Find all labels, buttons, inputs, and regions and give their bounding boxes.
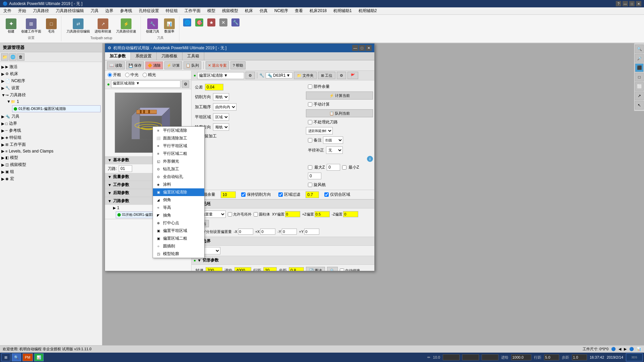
title-max-btn[interactable]: □ <box>629 1 635 6</box>
xminus-input[interactable] <box>238 229 253 235</box>
queue-current-btn[interactable]: 📋 队列当前 <box>306 109 373 117</box>
dropdown-item-corner[interactable]: ◤ 抽角 <box>153 212 204 219</box>
part-allowance-checkbox[interactable] <box>308 84 312 89</box>
info-icon[interactable]: i <box>367 156 373 162</box>
menu-machine2018[interactable]: 机床2018 <box>306 7 330 14</box>
dropdown-item-drill[interactable]: ⊙ 钻孔加工 <box>153 165 204 173</box>
sidebar-item-settings[interactable]: ▶ 🔧 设置 <box>1 84 101 92</box>
ribbon-btn-create[interactable]: ✦ 创建 <box>4 17 18 35</box>
distance-select[interactable]: 进距和延伸纳定 <box>306 127 333 134</box>
strategy-icon-btn[interactable]: ⚙ <box>182 80 189 88</box>
sidebar-item-tp-group1[interactable]: ▼ 📁 1 <box>7 99 101 105</box>
sidebar-item-tool[interactable]: ▶ 🔩 刀具 <box>1 113 101 120</box>
toolbar-save-btn[interactable]: 💾 保存 <box>126 61 144 69</box>
menu-toolpath-edit[interactable]: 刀具路径综编辑 <box>52 7 87 14</box>
dropdown-item-center[interactable]: ⊕ 打中心点 <box>153 219 204 227</box>
reload-btn[interactable]: 🔄 重读 <box>306 267 325 271</box>
taskbar-start-btn[interactable]: ⊞ <box>1 353 10 361</box>
yminus-input[interactable] <box>282 229 297 235</box>
ribbon-btn-star[interactable]: ★ <box>206 17 217 27</box>
taskbar-input1[interactable] <box>443 354 460 360</box>
menu-machine[interactable]: 机床 <box>241 7 256 14</box>
sidebar-item-active[interactable]: ▶ ▶ 激活 <box>1 63 101 70</box>
flat-area-select[interactable]: 区域 <box>213 113 229 121</box>
only-merge-checkbox[interactable] <box>324 192 329 197</box>
right-btn-search[interactable]: 🔍 <box>635 45 644 53</box>
machining-order-select[interactable]: 由外向内 <box>213 103 236 111</box>
ribbon-btn-tp-edit[interactable]: ⇄ 刀具路径综编辑 <box>65 17 92 35</box>
taskbar-feed-input[interactable] <box>511 354 531 360</box>
dropdown-item-profile-light[interactable]: ◱ 外形侧光 <box>153 158 204 165</box>
zplus-offset-input[interactable] <box>315 211 330 217</box>
right-btn-arrow[interactable]: ↗ <box>635 92 644 100</box>
ribbon-btn-wrench2[interactable]: 🔧 <box>230 17 241 27</box>
zminus-offset-input[interactable] <box>343 211 358 217</box>
save-sketch-checkbox[interactable] <box>308 138 312 142</box>
tolerance-input[interactable] <box>205 84 223 90</box>
menu-simulate[interactable]: 仿真 <box>256 7 271 14</box>
manual-calc-checkbox[interactable] <box>308 102 312 107</box>
sidebar-item-workplane[interactable]: ▶ ⊞ 工作平面 <box>1 141 101 148</box>
ribbon-btn-feed[interactable]: ↗ 进给和转速 <box>93 17 113 35</box>
sidebar-item-reference[interactable]: ▶ ╌ 参考线 <box>1 127 101 134</box>
sidebar-item-levels[interactable]: ▶ ≡ Levels, Sets and Clamps <box>1 148 101 154</box>
dropdown-item-circle-cut[interactable]: ○ 圆插削 <box>153 242 204 250</box>
toolbar-calc-btn[interactable]: ⚡ 计算 <box>164 61 182 69</box>
sketch-select[interactable]: 扫面 <box>323 136 343 144</box>
menu-boundary[interactable]: 边界 <box>102 7 117 14</box>
dropdown-item-face-clear[interactable]: ⬜ 面面清除加工 <box>153 134 204 142</box>
dropdown-item-model-contour[interactable]: ◳ 模型轮廓 <box>153 250 204 258</box>
stepdown-input[interactable] <box>263 267 277 271</box>
ribbon-btn-create-tool[interactable]: 🔧 创建刀具 <box>144 17 161 35</box>
maxz-input[interactable] <box>327 164 340 171</box>
sidebar-item-macro[interactable]: ▶ ◉ 宏 <box>1 175 101 182</box>
dropdown-item-contour[interactable]: ≈ 等高 <box>153 204 204 212</box>
taskbar-input3[interactable] <box>482 354 498 360</box>
right-btn-box2[interactable]: ⬜ <box>635 82 644 91</box>
inner-btn-settings2[interactable]: ⚙ <box>337 72 346 79</box>
menu-nc[interactable]: NC程序 <box>271 7 291 14</box>
tool-dropdown[interactable]: 🔩 D63R1 ▼ <box>266 72 292 78</box>
ribbon-btn-globe[interactable]: 🌐 <box>181 17 193 27</box>
xy-offset-input[interactable] <box>285 211 300 217</box>
radio-rough-input[interactable] <box>108 73 112 77</box>
yplus-input[interactable] <box>304 229 319 235</box>
title-min-btn[interactable]: — <box>623 1 628 6</box>
dropdown-item-parallel-rough2[interactable]: ≡ 平行区域二粗 <box>153 150 204 158</box>
inner-btn-1[interactable]: ⚙ <box>246 72 255 79</box>
taskbar-app-search[interactable]: 🔍 <box>12 353 21 361</box>
stepover-input[interactable] <box>221 191 236 198</box>
dialog-title-buttons[interactable]: — □ ✕ <box>352 45 372 51</box>
ribbon-btn-blank[interactable]: □ 毛坯 <box>44 17 58 35</box>
allow-outside-checkbox[interactable] <box>228 212 232 217</box>
dropdown-item-auto-drill[interactable]: ⊙ 全自动钻孔 <box>153 173 204 181</box>
dropdown-item-offset-rough2[interactable]: ▣ 偏置区域二粗 <box>153 235 204 242</box>
radio-rough[interactable]: 开粗 <box>108 72 121 78</box>
sidebar-item-nc[interactable]: ▶ 📄 NC程序 <box>1 77 101 84</box>
dropdown-item-parallel-flat[interactable]: ≡ 平行平坦区域 <box>153 142 204 150</box>
sidebar-item-tp-01[interactable]: 01开粗-D63R1-偏置区域清除 <box>12 105 101 112</box>
cylinder-checkbox[interactable] <box>254 212 258 217</box>
menu-reference[interactable]: 参考线 <box>117 7 136 14</box>
auto-collision-checkbox[interactable] <box>340 268 344 271</box>
dialog-max-btn[interactable]: □ <box>359 45 365 51</box>
toolbar-clear-btn[interactable]: 🔶 清除 <box>145 61 163 69</box>
sidebar-btn-delete[interactable]: 🗑 <box>17 53 24 61</box>
strategy-dropdown[interactable]: 偏置区域清除 ▼ <box>111 80 180 88</box>
sidebar-item-toolpath[interactable]: ▼ ↝ 刀具路径 <box>1 92 101 99</box>
menu-toolpath[interactable]: 刀具路径 <box>30 7 52 14</box>
menu-model[interactable]: 模型 <box>204 7 219 14</box>
right-btn-cursor[interactable]: ↖ <box>635 101 644 110</box>
calc-current-btn[interactable]: ⚡ 计算当前 <box>306 92 373 100</box>
stepover-input2[interactable] <box>289 267 304 271</box>
dropdown-item-offset-clear[interactable]: ▣ 偏置区域清除 <box>153 188 204 196</box>
radio-finish-input[interactable] <box>143 73 147 77</box>
minz-checkbox[interactable] <box>342 165 346 170</box>
sidebar-item-machine[interactable]: ▶ ⚙ 机床 <box>1 70 101 77</box>
dropdown-item-parallel-clear[interactable]: ≡ 平行区域清除 <box>153 127 204 134</box>
title-bar-buttons[interactable]: ? — □ ✕ <box>616 1 641 6</box>
menu-workplane[interactable]: 工作平面 <box>181 7 204 14</box>
taskbar-stepover-input[interactable] <box>572 354 587 360</box>
profile-dir-select[interactable]: 顺铣 <box>213 123 229 131</box>
dialog-close-btn[interactable]: ✕ <box>366 45 372 51</box>
